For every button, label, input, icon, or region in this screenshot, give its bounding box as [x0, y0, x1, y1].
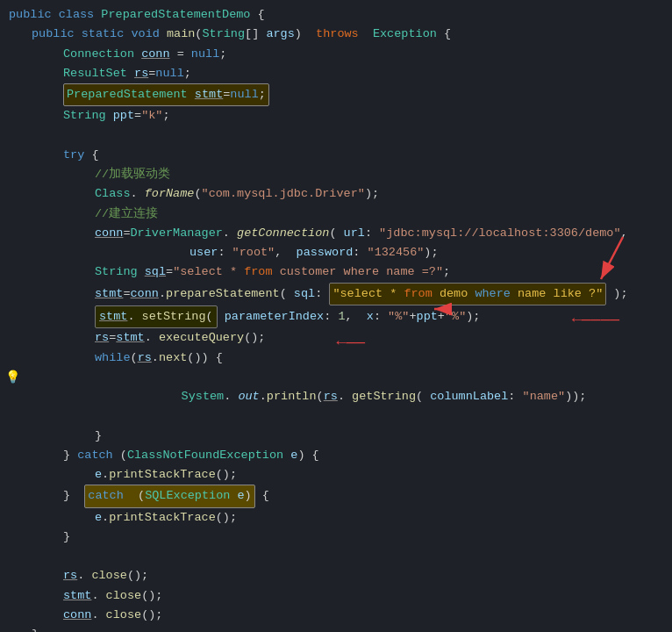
code-line-forname: Class. forName("com.mysql.jdbc.Driver"); — [0, 184, 672, 204]
code-line-comment2: //建立连接 — [0, 205, 672, 224]
code-line-close-try: } — [0, 528, 672, 547]
code-line-print1: e.printStackTrace(); — [0, 465, 672, 485]
code-line-while: while(rs.next()) { — [0, 348, 672, 368]
code-line-2: public static void main(String[] args) t… — [0, 25, 672, 44]
code-line-execquery: rs=stmt. executeQuery(); ←—— — [0, 328, 672, 348]
code-line-1: public class PreparedStatementDemo { — [0, 5, 672, 25]
code-line-stmt-close: stmt. close(); — [0, 586, 672, 606]
code-editor: public class PreparedStatementDemo { pub… — [0, 0, 672, 632]
code-line-userpass: user: "root", password: "132456"); — [0, 243, 672, 262]
bulb-icon: 💡 — [5, 368, 20, 388]
code-line-getconn: conn=DriverManager. getConnection( url: … — [0, 224, 672, 243]
code-line-empty1 — [0, 126, 672, 146]
code-line-catch1: } catch (ClassNotFoundException e) { — [0, 446, 672, 465]
code-line-comment1: //加载驱动类 — [0, 165, 672, 184]
code-line-rs-close: rs. close(); — [0, 566, 672, 585]
code-line-prepare: stmt=conn.prepareStatement( sql: "select… — [0, 283, 672, 305]
code-line-close-while: } — [0, 427, 672, 446]
code-line-catch2: } catch (SQLException e) { — [0, 485, 672, 507]
code-line-try: try { — [0, 146, 672, 165]
code-line-setstring: stmt. setString( parameterIndex: 1, x: "… — [0, 305, 672, 328]
code-line-println: 💡 System. out.println(rs. getString( col… — [0, 368, 672, 427]
code-line-6: String ppt="k"; — [0, 106, 672, 126]
code-line-conn-close: conn. close(); — [0, 606, 672, 625]
code-line-5: PreparedStatement stmt=null; — [0, 83, 672, 106]
code-line-4: ResultSet rs=null; — [0, 64, 672, 83]
code-line-print2: e.printStackTrace(); — [0, 508, 672, 528]
code-line-sql-var: String sql="select * from customer where… — [0, 262, 672, 282]
code-line-empty2 — [0, 547, 672, 566]
code-line-close-method: } — [0, 625, 672, 632]
code-line-3: Connection conn = null; — [0, 45, 672, 64]
